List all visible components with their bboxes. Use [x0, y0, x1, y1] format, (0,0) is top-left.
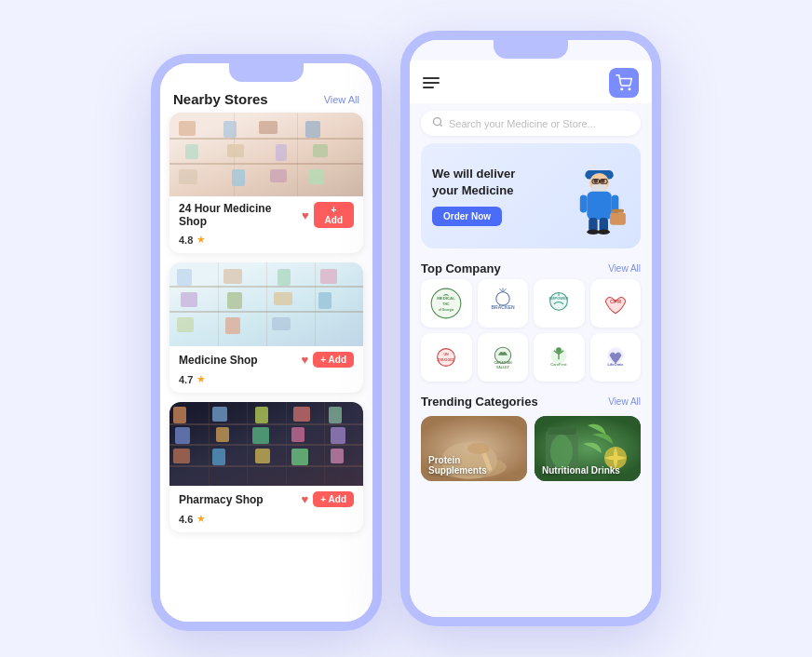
- store-name-2: Medicine Shop: [179, 354, 258, 367]
- top-company-header: Top Company View All: [410, 254, 652, 279]
- left-phone: Nearby Stores View All: [151, 54, 382, 631]
- svg-point-26: [496, 292, 509, 305]
- store-image-2: [169, 262, 363, 346]
- svg-text:MEDICAL: MEDICAL: [437, 296, 455, 301]
- heart-icon-3[interactable]: ♥: [302, 492, 309, 506]
- svg-point-57: [550, 435, 573, 468]
- company-card-4[interactable]: UN DRUGGED: [421, 333, 472, 382]
- promo-banner: We will deliver your Medicine Order Now: [421, 143, 641, 248]
- order-now-button[interactable]: Order Now: [432, 207, 502, 226]
- company-card-2[interactable]: EMPOWER: [534, 279, 585, 328]
- rating-value-3: 4.6: [179, 514, 193, 525]
- store-actions-3: ♥ + Add: [302, 491, 354, 507]
- store-name-1: 24 Hour Medicine Shop: [179, 202, 302, 228]
- svg-text:CareFirst: CareFirst: [551, 362, 568, 367]
- store-rating-2: 4.7 ★: [169, 373, 363, 393]
- svg-text:of Georgia: of Georgia: [439, 308, 453, 312]
- search-icon: [432, 116, 443, 130]
- heart-icon-2[interactable]: ♥: [302, 353, 309, 367]
- svg-text:THC: THC: [443, 302, 451, 306]
- store-card-2[interactable]: Medicine Shop ♥ + Add 4.7 ★: [169, 262, 363, 393]
- svg-text:VALLEY: VALLEY: [496, 366, 510, 369]
- nearby-stores-title: Nearby Stores: [173, 91, 268, 107]
- star-icon-3: ★: [196, 513, 206, 525]
- company-card-3[interactable]: CPR: [590, 279, 642, 328]
- store-rating-3: 4.6 ★: [169, 513, 363, 532]
- hamburger-line-1: [423, 77, 440, 79]
- banner-title: We will deliver your Medicine: [432, 166, 515, 199]
- delivery-person-illustration: [555, 156, 629, 235]
- svg-rect-56: [548, 427, 576, 435]
- top-company-title: Top Company: [421, 261, 501, 275]
- svg-rect-15: [610, 212, 626, 224]
- store-actions-2: ♥ + Add: [302, 352, 354, 368]
- svg-point-2: [434, 118, 441, 126]
- company-card-6[interactable]: CareFirst: [534, 333, 585, 382]
- store-info-2: Medicine Shop ♥ + Add: [169, 346, 363, 373]
- svg-point-53: [467, 443, 490, 454]
- hamburger-menu-icon[interactable]: [423, 77, 440, 88]
- store-image-1: [169, 113, 363, 196]
- hamburger-line-3: [423, 87, 434, 88]
- left-phone-screen: Nearby Stores View All: [160, 63, 372, 622]
- banner-text: We will deliver your Medicine Order Now: [432, 166, 515, 226]
- svg-text:CPR: CPR: [610, 299, 622, 304]
- svg-text:LifeOmic: LifeOmic: [607, 362, 624, 367]
- categories-row: Protein Supplements: [410, 412, 652, 489]
- left-phone-header: Nearby Stores View All: [160, 84, 372, 113]
- svg-text:EMPOWER: EMPOWER: [549, 296, 569, 301]
- svg-rect-13: [587, 192, 611, 220]
- star-icon-1: ★: [196, 234, 206, 246]
- svg-point-21: [598, 229, 610, 235]
- company-card-7[interactable]: LifeOmic: [590, 333, 642, 382]
- svg-text:CANADIAN: CANADIAN: [494, 361, 512, 365]
- svg-line-3: [440, 124, 441, 126]
- right-phone-header: [410, 60, 652, 103]
- store-info-3: Pharmacy Shop ♥ + Add: [169, 486, 363, 513]
- store-image-3: [169, 402, 363, 486]
- store-card-1[interactable]: 24 Hour Medicine Shop ♥ + Add 4.8 ★: [169, 113, 363, 253]
- svg-point-20: [587, 229, 599, 235]
- svg-line-29: [503, 288, 507, 292]
- company-card-1[interactable]: BRACKEN: [478, 279, 529, 328]
- left-phone-notch: [229, 63, 304, 82]
- trending-view-all[interactable]: View All: [608, 396, 641, 407]
- hamburger-line-2: [423, 82, 440, 84]
- top-company-view-all[interactable]: View All: [608, 263, 641, 274]
- add-button-3[interactable]: + Add: [313, 491, 354, 507]
- trending-title: Trending Categories: [421, 395, 538, 409]
- category-card-protein[interactable]: Protein Supplements: [421, 416, 527, 481]
- company-grid: MEDICAL THC of Georgia: [410, 279, 652, 387]
- search-placeholder: Search your Medicine or Store...: [449, 118, 596, 129]
- category-card-drinks[interactable]: Nutritional Drinks: [535, 416, 641, 481]
- star-icon-2: ★: [196, 373, 206, 385]
- company-card-5[interactable]: CANADIAN VALLEY: [478, 333, 529, 382]
- rating-value-1: 4.8: [179, 235, 193, 246]
- svg-text:UN: UN: [444, 353, 450, 356]
- cart-icon[interactable]: [609, 68, 639, 98]
- store-rating-1: 4.8 ★: [169, 234, 363, 253]
- heart-icon-1[interactable]: ♥: [302, 208, 309, 222]
- svg-point-1: [629, 88, 630, 90]
- right-phone-notch: [494, 40, 568, 59]
- main-scene: Nearby Stores View All: [151, 26, 661, 631]
- svg-rect-16: [612, 209, 624, 213]
- svg-text:DRUGGED: DRUGGED: [438, 358, 455, 362]
- store-info-1: 24 Hour Medicine Shop ♥ + Add: [169, 196, 363, 234]
- search-bar[interactable]: Search your Medicine or Store...: [421, 111, 641, 136]
- rating-value-2: 4.7: [179, 374, 193, 385]
- store-actions-1: ♥ + Add: [302, 202, 354, 228]
- right-phone: Search your Medicine or Store... We will…: [400, 31, 661, 626]
- right-phone-screen: Search your Medicine or Store... We will…: [410, 40, 652, 617]
- svg-point-0: [621, 88, 623, 90]
- add-button-1[interactable]: + Add: [314, 202, 354, 228]
- trending-categories-header: Trending Categories View All: [410, 387, 652, 412]
- svg-rect-17: [580, 195, 588, 213]
- nearby-stores-view-all[interactable]: View All: [324, 94, 359, 105]
- store-card-3[interactable]: Pharmacy Shop ♥ + Add 4.6 ★: [169, 402, 363, 532]
- add-button-2[interactable]: + Add: [313, 352, 354, 368]
- company-card-0[interactable]: MEDICAL THC of Georgia: [421, 279, 472, 328]
- svg-line-27: [499, 288, 503, 292]
- store-name-3: Pharmacy Shop: [179, 493, 264, 506]
- category-label-drinks: Nutritional Drinks: [542, 465, 620, 476]
